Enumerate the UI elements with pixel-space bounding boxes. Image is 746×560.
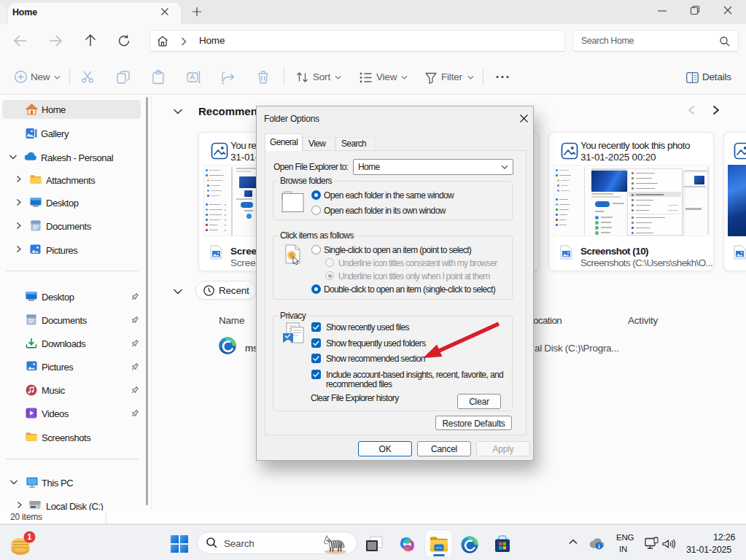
svg-text:1: 1 <box>28 532 32 541</box>
